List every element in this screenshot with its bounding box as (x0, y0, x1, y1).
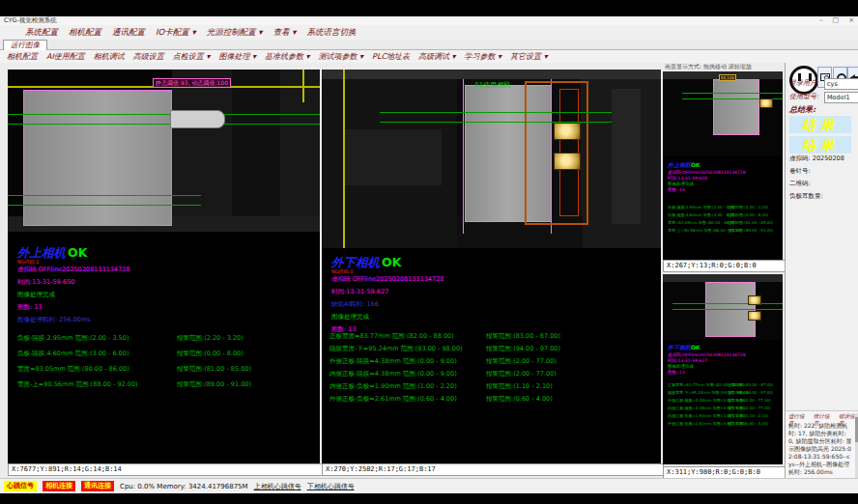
info-section: 运行信息 统计信息 错误信息 耗时: 222, 缺陷检测耗时: 17, 缺陷分类… (786, 410, 858, 480)
measurement-row: 外侧正极-隔膜=4.38mm 范围:(0.00 - 9.00) 报警范围:(2.… (329, 357, 660, 365)
maximize-button[interactable]: □ (833, 16, 840, 25)
menu-item-light-control-config[interactable]: 光源控制配置 ▾ (207, 27, 263, 39)
measurement-row: 宽度=83.05mm 范围:(80.00 - 86.00) 报警范围:(81.0… (17, 365, 319, 373)
tab-glint (554, 153, 581, 170)
comm-connection-badge: 通讯连接 (81, 481, 114, 491)
camera-connection-badge: 相机连接 (43, 481, 75, 491)
result-box-lower: 结果 (789, 136, 851, 154)
toolbar-plc-address-table[interactable]: PLC地址表 (372, 51, 410, 62)
reel-number-label: 卷针号: (789, 167, 811, 176)
window-controls: – □ × (819, 16, 854, 25)
a1-camera-overlay-label: A1使用相机 (474, 81, 510, 89)
close-button[interactable]: × (848, 16, 854, 25)
right-sidebar: 登录用户: cys 使用型号: Model1 总结果: 结果 结果 虚拟码: 2… (785, 63, 858, 480)
frame-count-text: 图数: 13 (17, 303, 43, 311)
minimize-button[interactable]: – (819, 16, 823, 25)
elapsed-text: 图像处理耗时: 256.00ms (17, 316, 91, 323)
toolbar-advanced-settings[interactable]: 高级设置 (133, 51, 164, 62)
virtual-code-text: 虚拟码:OFFline20250208133134728 (331, 275, 443, 283)
virtual-code-label: 虚拟码: 20250208 (789, 154, 844, 163)
process-done-text: 图像处理完成 (17, 291, 55, 298)
lower-camera-heartbeat-link[interactable]: 下相机心跳信号 (307, 482, 355, 491)
info-log-text: 耗时: 222, 缺陷检测耗时: 17, 缺陷分类耗时: 0, 缺陷提取分区耗时… (788, 422, 853, 476)
toolbar: 相机配置 AI使用配置 相机调试 高级设置 点检设置 ▾ 图像处理 ▾ 基准线参… (0, 50, 858, 64)
login-user-label: 登录用户: (789, 79, 818, 88)
upper-camera-thumbnail[interactable]: 93,100 外上相机OK 虚拟码:OFFline202502081331347… (663, 71, 783, 260)
toolbar-advanced-debug[interactable]: 高级调试 ▾ (418, 51, 456, 62)
anode-tab-count-label: 负极耳数量: (789, 192, 823, 201)
tab-run-image[interactable]: 运行图像 (3, 40, 47, 50)
threshold-overlay-label: 静态阈值:93, 动态阈值:100 (153, 78, 231, 88)
menu-bar: 系统配置 相机配置 通讯配置 IO卡配置 ▾ 光源控制配置 ▾ 查看 ▾ 系统语… (0, 25, 858, 40)
title-bar: CYG-视觉检测系统 – □ × (0, 16, 858, 25)
ai-elapsed-text: 缺陷AI耗时: 166 (331, 300, 379, 308)
menu-item-language-switch[interactable]: 系统语言切换 (307, 27, 357, 39)
upper-camera-pixel-caption: X:7677;Y:891;R:14;G:14;B:14 (8, 463, 323, 476)
status-ok: OK (68, 245, 87, 260)
tab-lead-piece (170, 110, 225, 128)
lower-camera-view[interactable]: A1使用相机 外下相机OK NG代码:0 虚拟码:OFFline20250208… (322, 70, 661, 463)
measurement-row: 内侧正极-负极=1.90mm 范围:(1.00 - 2.20) 报警范围:(1.… (329, 382, 660, 390)
toolbar-baseline-params[interactable]: 基准线参数 ▾ (265, 51, 310, 62)
model-label: 使用型号: (789, 93, 818, 101)
menu-item-camera-config[interactable]: 相机配置 (69, 27, 101, 39)
main-area: 静态阈值:93, 动态阈值:100 外上相机OK NG代码:1 虚拟码:OFFl… (0, 63, 858, 478)
measurement-row: 内侧正极-隔膜=4.38mm 范围:(0.00 - 9.00) 报警范围:(2.… (329, 370, 660, 378)
measurement-row: 负极-隔膜:4.60mm 范围:(3.00 - 6.00) 报警范围:(0.00… (17, 350, 319, 357)
menu-item-system-config[interactable]: 系统配置 (25, 27, 58, 39)
menu-item-io-card-config[interactable]: IO卡配置 ▾ (156, 27, 196, 39)
measurement-row: 正极宽度=83.77mm 范围:(82.00 - 88.00) 报警范围:(83… (329, 332, 660, 340)
ng-note: NG代码:1 (17, 259, 39, 265)
model-field[interactable]: Model1 (824, 92, 858, 103)
ng-note: NG代码:0 (331, 268, 353, 274)
time-text: 时间:13-31-59-627 (331, 288, 388, 295)
app-window: CYG-视觉检测系统 – □ × C 系统配置 相机配置 通讯配置 IO卡配置 … (0, 16, 858, 478)
upper-thumbnail-pixel-caption: X:267;Y:13;R:0;G:0;B:0 (663, 260, 786, 272)
total-result-label: 总结果: (789, 105, 815, 114)
process-done-text: 图像处理完成 (331, 313, 369, 321)
toolbar-learning-params[interactable]: 学习参数 ▾ (465, 51, 502, 62)
toolbar-camera-debug[interactable]: 相机调试 (94, 51, 125, 62)
virtual-code-text: 虚拟码:OFFline20250208133134728 (17, 266, 129, 273)
toolbar-ai-use-config[interactable]: AI使用配置 (46, 51, 85, 62)
lower-camera-image: A1使用相机 (322, 70, 661, 248)
result-box-upper: 结果 (789, 116, 851, 133)
upper-camera-view[interactable]: 静态阈值:93, 动态阈值:100 外上相机OK NG代码:1 虚拟码:OFFl… (8, 70, 320, 463)
login-user-field[interactable]: cys (824, 78, 858, 90)
qr-code-label: 二维码: (789, 180, 811, 188)
baseline-yellow (343, 70, 345, 248)
upper-camera-image: 静态阈值:93, 动态阈值:100 (8, 70, 320, 232)
measurement-row: 隔膜宽度-下=95.24mm 范围:(93.00 - 98.00) 报警范围:(… (329, 345, 660, 352)
measurement-row: 宽度-上=90.56mm 范围:(88.00 - 92.00) 报警范围:(89… (17, 380, 319, 388)
lower-camera-thumbnail[interactable]: 外下相机OK 虚拟码:OFFline20250208133134728 时间:1… (663, 274, 783, 464)
window-title: CYG-视觉检测系统 (4, 16, 57, 24)
measurement-row: 外侧正极-负极=2.61mm 范围:(0.60 - 4.00) 报警范围:(0.… (329, 395, 660, 403)
toolbar-other-settings[interactable]: 其它设置 ▾ (510, 51, 548, 62)
toolbar-image-processing[interactable]: 图像处理 ▾ (218, 51, 256, 62)
status-ok: OK (382, 255, 401, 269)
time-text: 时间:13-31-59-650 (17, 278, 74, 286)
menu-item-view[interactable]: 查看 ▾ (273, 27, 297, 39)
upper-camera-heartbeat-link[interactable]: 上相机心跳信号 (254, 482, 301, 491)
display-mode-hint: 画质显示方式: 拖拽移动 滚轮缩放 (665, 63, 752, 70)
lower-camera-pixel-caption: X:270;Y:2502;R:17;G:17;B:17 (322, 463, 664, 476)
heartbeat-badge: 心跳信号 (4, 481, 37, 491)
cpu-memory-text: Cpu: 0.0% Memory: 3424.41796875M (120, 483, 248, 490)
status-bar: 心跳信号 相机连接 通讯连接 Cpu: 0.0% Memory: 3424.41… (0, 478, 858, 493)
toolbar-camera-config[interactable]: 相机配置 (7, 51, 38, 62)
toolbar-test-item-params[interactable]: 测试项参数 ▾ (319, 51, 364, 62)
menu-item-comm-config[interactable]: 通讯配置 (112, 27, 145, 39)
tab-strip: 运行图像 (0, 40, 858, 50)
toolbar-spot-check-settings[interactable]: 点检设置 ▾ (173, 51, 211, 62)
screen: CYG-视觉检测系统 – □ × C 系统配置 相机配置 通讯配置 IO卡配置 … (0, 0, 858, 504)
tab-glint (554, 123, 581, 140)
measurement-row: 负极-隔膜:2.95mm 范围:(2.00 - 3.50) 报警范围:(2.20… (17, 334, 319, 342)
